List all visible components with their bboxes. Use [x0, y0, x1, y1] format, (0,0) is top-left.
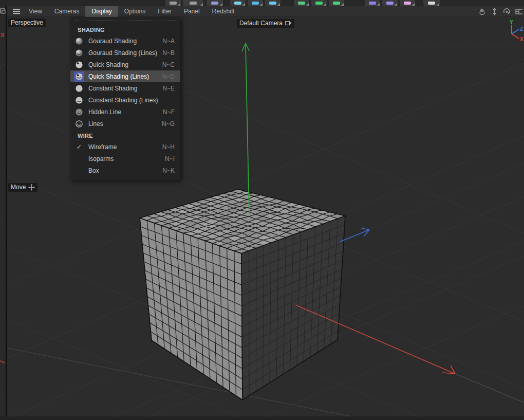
toolbar-spline-button[interactable]: [382, 0, 398, 6]
menu-item-label: Constant Shading: [88, 85, 162, 92]
toolbar-move-tool-button-icon: [234, 2, 241, 5]
menubar-item-panel[interactable]: Panel: [178, 6, 206, 17]
lines-icon: [74, 119, 84, 129]
empty-icon-slot: [74, 154, 84, 164]
menu-item-label: Lines: [88, 120, 162, 127]
menu-tear-off-handle[interactable]: [75, 21, 176, 22]
flyout-corner-icon: [220, 3, 222, 6]
pan-hand-icon[interactable]: [477, 7, 487, 16]
menu-item-constant-shading-lines[interactable]: Constant Shading (Lines): [70, 94, 180, 106]
orbit-icon[interactable]: [501, 7, 512, 16]
menu-item-shortcut: N~E: [162, 85, 180, 92]
menu-item-quick-shading[interactable]: Quick ShadingN~C: [70, 59, 180, 70]
menu-item-shortcut: N~I: [165, 155, 180, 162]
view-name-label[interactable]: Perspective: [8, 19, 46, 27]
toolbar-polygons-mode-button[interactable]: [329, 0, 344, 6]
toolbar-move-tool-button[interactable]: [230, 0, 246, 6]
toolbar-points-mode-button[interactable]: [294, 0, 309, 6]
toolbar-deformer-button-icon: [404, 2, 411, 5]
menubar-item-options[interactable]: Options: [118, 6, 152, 17]
menubar-item-display[interactable]: Display: [85, 6, 118, 17]
active-tool-label[interactable]: Move: [8, 183, 38, 192]
gouraud-lines-icon: [74, 48, 84, 58]
menu-item-label: Quick Shading (Lines): [88, 73, 162, 80]
hamburger-menu-icon[interactable]: [7, 6, 23, 17]
camera-name-text: Default Camera: [239, 20, 283, 27]
menu-item-shortcut: N~K: [162, 167, 180, 174]
viewport-nav-icons: [477, 7, 524, 16]
menu-item-gouraud-shading-lines[interactable]: Gouraud Shading (Lines)N~B: [70, 47, 180, 59]
display-dropdown-menu: SHADINGGouraud ShadingN~AGouraud Shading…: [70, 17, 180, 180]
active-tool-text: Move: [11, 184, 26, 191]
menu-item-shortcut: N~B: [162, 49, 180, 57]
dolly-icon[interactable]: [489, 7, 499, 16]
menu-item-quick-shading-lines[interactable]: Quick Shading (Lines)N~D: [70, 70, 180, 82]
menu-item-gouraud-shading[interactable]: Gouraud ShadingN~A: [70, 35, 180, 47]
toolbar-modeling-button-icon: [369, 2, 376, 5]
menu-section-wire: WIRE: [70, 130, 180, 141]
menu-item-constant-shading[interactable]: Constant ShadingN~E: [70, 82, 180, 94]
toolbar-undo-button[interactable]: [165, 0, 181, 6]
constant-lines-icon: [74, 95, 84, 105]
toolbar-edges-mode-button[interactable]: [311, 0, 327, 6]
menubar-item-filter[interactable]: Filter: [152, 6, 178, 17]
menu-item-shortcut: N~A: [162, 38, 180, 45]
toolbar-modeling-button[interactable]: [365, 0, 380, 6]
menubar-item-redshift[interactable]: Redshift: [206, 6, 241, 17]
flyout-corner-icon: [306, 3, 309, 6]
menubar-item-view[interactable]: View: [23, 6, 48, 17]
toolbar-redo-button[interactable]: [183, 0, 203, 6]
menubar-item-cameras[interactable]: Cameras: [48, 6, 86, 17]
toolbar-render-button-icon: [428, 2, 435, 5]
menu-item-label: Isoparms: [88, 155, 165, 162]
toolbar-spline-button-icon: [386, 2, 394, 5]
toolbar-undo-button-icon: [170, 2, 177, 5]
svg-text:Y: Y: [510, 20, 513, 25]
menu-item-wireframe[interactable]: ✓WireframeN~H: [70, 141, 180, 153]
menu-item-lines[interactable]: LinesN~G: [70, 118, 180, 130]
hidden-line-icon: [74, 107, 84, 117]
partial-toggle-icon[interactable]: [514, 7, 524, 16]
menu-item-shortcut: N~G: [162, 120, 180, 127]
menu-item-label: Gouraud Shading: [88, 38, 162, 45]
svg-text:Z: Z: [520, 26, 523, 32]
flyout-corner-icon: [377, 3, 380, 6]
flyout-corner-icon: [341, 3, 344, 6]
menu-item-hidden-line[interactable]: Hidden LineN~F: [70, 106, 180, 118]
flyout-corner-icon: [260, 3, 263, 6]
menu-item-box[interactable]: BoxN~K: [70, 165, 180, 176]
gouraud-icon: [74, 36, 84, 46]
menu-item-shortcut: N~C: [162, 61, 180, 68]
main-toolbar-cutoff: [0, 0, 524, 6]
quick-lines-icon: [74, 71, 84, 82]
axis-gizmo[interactable]: YZX: [503, 20, 524, 43]
toolbar-deformer-button[interactable]: [400, 0, 415, 6]
panel-divider[interactable]: [6, 6, 7, 420]
menu-item-isoparms[interactable]: IsoparmsN~I: [70, 153, 180, 165]
toolbar-redo-button-icon: [190, 2, 197, 5]
menu-item-label: Wireframe: [88, 143, 162, 151]
flyout-corner-icon: [200, 3, 203, 6]
camera-name-label[interactable]: Default Camera: [237, 19, 294, 28]
sliver-grid: [0, 6, 6, 420]
menu-item-label: Constant Shading (Lines): [88, 97, 175, 104]
toolbar-rotate-tool-button-icon: [269, 2, 276, 5]
toolbar-scale-tool-button[interactable]: [248, 0, 263, 6]
svg-text:X: X: [520, 36, 523, 42]
toolbar-arrow-tool-button[interactable]: [207, 0, 223, 6]
flyout-corner-icon: [395, 3, 397, 6]
left-viewport-sliver: X: [0, 6, 6, 420]
camera-icon: [285, 21, 292, 26]
menu-section-shading: SHADING: [70, 24, 180, 35]
flyout-corner-icon: [437, 3, 439, 6]
empty-icon-slot: [74, 166, 84, 176]
menu-item-shortcut: N~H: [162, 143, 180, 151]
menu-item-shortcut: N~F: [163, 108, 180, 116]
menu-item-label: Hidden Line: [88, 108, 163, 116]
menu-item-label: Quick Shading: [88, 61, 162, 68]
toolbar-rotate-tool-button[interactable]: [265, 0, 280, 6]
move-tool-icon: [28, 184, 35, 191]
viewport-menubar: ViewCamerasDisplayOptionsFilterPanelReds…: [7, 6, 524, 17]
toolbar-render-button[interactable]: [423, 0, 440, 6]
toolbar-scale-tool-button-icon: [252, 2, 259, 5]
